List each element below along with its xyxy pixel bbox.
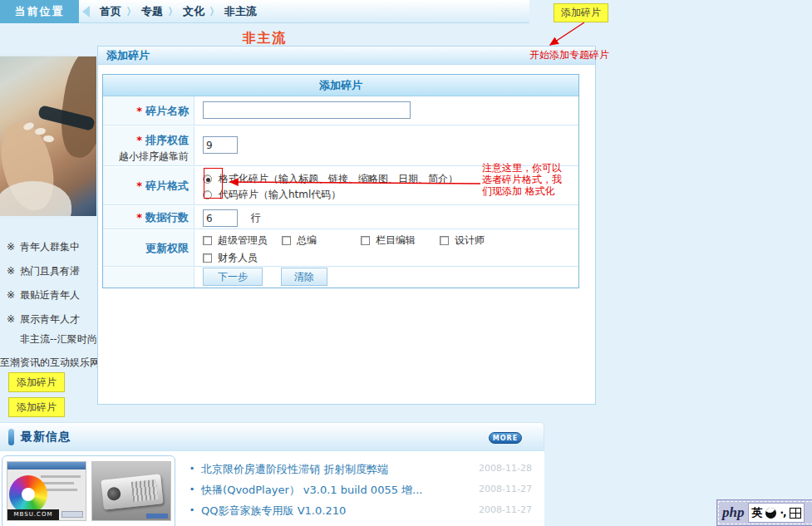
sort-weight-input[interactable] bbox=[203, 136, 238, 154]
clear-button[interactable]: 清除 bbox=[281, 268, 327, 286]
breadcrumb-separator-icon: 〉 bbox=[163, 6, 183, 17]
field-cell: 下一步 清除 bbox=[195, 268, 578, 288]
topic-description-line1: 非主流--汇聚时尚 bbox=[20, 332, 98, 347]
news-list: ·北京限价房遭阶段性滞销 折射制度弊端 2008-11-28 ·快播(QvodP… bbox=[189, 458, 539, 526]
latest-news-title: 最新信息 bbox=[21, 430, 71, 445]
bullet-text: 最贴近青年人 bbox=[20, 289, 80, 301]
more-button[interactable]: MORE bbox=[489, 432, 522, 444]
field-cell bbox=[195, 126, 578, 165]
form-row-permissions: 更新权限 超级管理员 总编 栏目编辑 设计师 财务人员 bbox=[103, 230, 578, 267]
checkbox-label: 栏目编辑 bbox=[376, 234, 416, 248]
news-link[interactable]: 北京限价房遭阶段性滞销 折射制度弊端 bbox=[201, 463, 388, 475]
thumb-projector-shape bbox=[101, 474, 163, 509]
thumb-text-line bbox=[41, 475, 81, 478]
label-text: 更新权限 bbox=[145, 242, 189, 254]
news-row: ·北京限价房遭阶段性滞销 折射制度弊端 2008-11-28 bbox=[189, 458, 539, 479]
required-asterisk: * bbox=[136, 211, 142, 224]
bullet-icon: ※ bbox=[7, 289, 15, 301]
ime-fullwidth-icon[interactable] bbox=[764, 505, 779, 520]
breadcrumb-item-topic[interactable]: 专题 bbox=[141, 5, 163, 17]
fragment-name-input[interactable] bbox=[203, 101, 411, 119]
add-fragment-button-side1[interactable]: 添加碎片 bbox=[8, 372, 65, 392]
radio-label: 代码碎片（输入html代码） bbox=[219, 188, 341, 202]
ime-keyboard-icon[interactable] bbox=[790, 508, 801, 519]
bullet-icon: · bbox=[189, 523, 194, 526]
add-fragment-modal: 添加碎片 添加碎片 *碎片名称 *排序权值 越小排序越靠前 bbox=[97, 46, 596, 405]
bullet-text: 展示青年人才 bbox=[20, 313, 80, 325]
breadcrumb-notch-icon bbox=[82, 6, 90, 17]
checkbox-icon[interactable] bbox=[203, 236, 212, 245]
form-row-name: *碎片名称 bbox=[103, 96, 578, 125]
checkbox-icon[interactable] bbox=[361, 236, 370, 245]
modal-title: 添加碎片 bbox=[98, 47, 595, 65]
breadcrumb-item-home[interactable]: 首页 bbox=[100, 5, 121, 17]
news-thumbnails: MBSU.COM bbox=[2, 455, 175, 526]
radio-label: 格式化碎片（输入标题、链接、缩略图、日期、简介） bbox=[219, 172, 458, 186]
latest-news-header: 最新信息 MORE bbox=[0, 422, 544, 451]
photo-hair-shape bbox=[56, 56, 96, 160]
checkbox-icon[interactable] bbox=[282, 236, 291, 245]
field-cell: 行 bbox=[195, 206, 578, 229]
weight-hint: 越小排序越靠前 bbox=[103, 150, 189, 164]
row-count-input[interactable] bbox=[203, 209, 238, 227]
thumb-watermark: MBSU.COM bbox=[7, 509, 59, 520]
news-row: ·QQ影音家族专用版 V1.0.210 2008-11-27 bbox=[189, 499, 539, 520]
field-label: 更新权限 bbox=[103, 230, 194, 266]
field-label: *碎片名称 bbox=[103, 96, 194, 125]
news-date: 2008-11-28 bbox=[479, 458, 532, 479]
add-fragment-button-top[interactable]: 添加碎片 bbox=[554, 3, 608, 22]
ime-button-strip: 英 ·, bbox=[748, 503, 804, 523]
annotation-format-note: 注意这里，你可以 选者碎片格式，我 们现添加 格式化 bbox=[482, 162, 565, 197]
bullet-icon: · bbox=[189, 502, 194, 518]
next-step-button[interactable]: 下一步 bbox=[203, 268, 263, 286]
bullet-icon: ※ bbox=[7, 265, 15, 277]
thumb-text-line bbox=[41, 482, 74, 484]
bullet-icon: · bbox=[189, 481, 194, 497]
list-item: ※最贴近青年人 bbox=[7, 283, 98, 307]
arrow-to-annotation bbox=[550, 22, 584, 45]
perm-column-editor[interactable]: 栏目编辑 bbox=[361, 234, 440, 248]
news-date: 2008-11-27 bbox=[479, 479, 532, 499]
perm-super-admin[interactable]: 超级管理员 bbox=[203, 234, 282, 248]
label-text: 排序权值 bbox=[145, 134, 189, 146]
news-thumbnail-projector[interactable] bbox=[91, 461, 171, 521]
thumb-flower-logo bbox=[9, 475, 47, 514]
thumb-dialog-button bbox=[62, 511, 83, 518]
section-accent-icon bbox=[8, 429, 14, 445]
news-link[interactable]: 快播(QvodPlayer） v3.0.1 build 0055 增... bbox=[201, 484, 422, 496]
news-row: ·教育型投影机 家用投影机 bbox=[189, 520, 539, 526]
ime-language-bar: php 英 ·, bbox=[716, 499, 812, 526]
required-asterisk: * bbox=[136, 105, 142, 117]
ime-lang-button[interactable]: 英 bbox=[751, 505, 762, 520]
annotation-highlight-box bbox=[204, 168, 223, 199]
thumb-watermark-shape bbox=[146, 514, 168, 519]
breadcrumb-item-current: 非主流 bbox=[224, 5, 257, 17]
news-link[interactable]: QQ影音家族专用版 V1.0.210 bbox=[201, 504, 346, 517]
page-root: 当前位置 首页〉专题〉文化〉非主流 添加碎片 开始添加专题碎片 非主流 ※青年人… bbox=[0, 0, 812, 526]
checkbox-label: 设计师 bbox=[455, 234, 485, 248]
breadcrumb: 首页〉专题〉文化〉非主流 bbox=[100, 0, 257, 23]
perm-designer[interactable]: 设计师 bbox=[440, 234, 485, 248]
breadcrumb-separator-icon: 〉 bbox=[121, 6, 141, 17]
perm-chief-editor[interactable]: 总编 bbox=[282, 234, 361, 248]
current-location-tab: 当前位置 bbox=[0, 0, 79, 23]
perm-finance[interactable]: 财务人员 bbox=[203, 251, 258, 265]
bullet-icon: ※ bbox=[7, 313, 15, 325]
breadcrumb-item-culture[interactable]: 文化 bbox=[183, 5, 204, 17]
topic-feature-list: ※青年人群集中 ※热门且具有潜 ※最贴近青年人 ※展示青年人才 bbox=[7, 235, 98, 332]
form-row-actions: 下一步 清除 bbox=[103, 268, 578, 288]
form-row-weight: *排序权值 越小排序越靠前 bbox=[103, 126, 578, 166]
topic-photo bbox=[0, 56, 96, 216]
thumb-vent-shape bbox=[131, 479, 158, 502]
field-label: *碎片格式 bbox=[103, 167, 194, 204]
thumb-lens-shape bbox=[106, 487, 121, 502]
add-fragment-button-side2[interactable]: 添加碎片 bbox=[8, 397, 65, 417]
news-thumbnail-software[interactable]: MBSU.COM bbox=[7, 461, 86, 521]
checkbox-icon[interactable] bbox=[440, 236, 449, 245]
field-cell bbox=[195, 96, 578, 125]
row-count-unit: 行 bbox=[251, 212, 261, 224]
ime-punctuation-button[interactable]: ·, bbox=[780, 507, 785, 519]
checkbox-icon[interactable] bbox=[203, 253, 212, 263]
breadcrumb-bar: 当前位置 首页〉专题〉文化〉非主流 bbox=[0, 0, 529, 23]
required-asterisk: * bbox=[136, 134, 142, 146]
